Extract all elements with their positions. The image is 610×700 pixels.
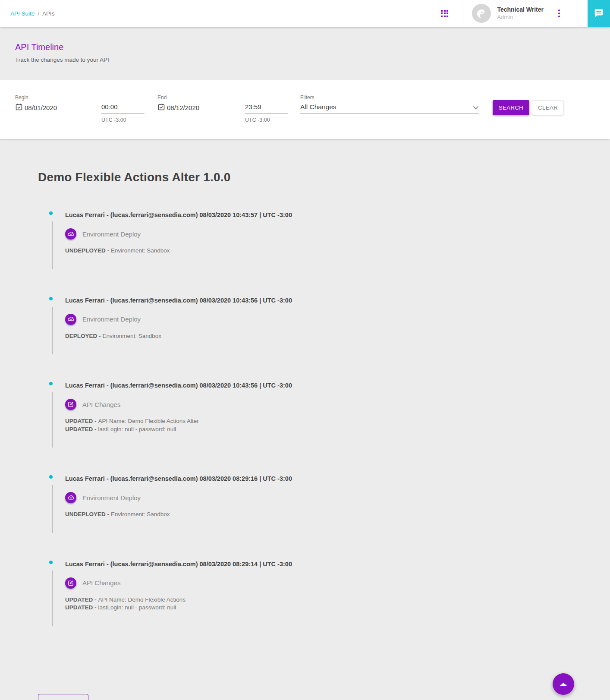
calendar-check-icon[interactable] xyxy=(157,103,165,112)
timeline-entry: Lucas Ferrari - (lucas.ferrari@sensedia.… xyxy=(38,382,610,448)
user-name: Technical Writer xyxy=(497,6,544,14)
filter-bar: Begin 08/01/2020 00:00 UTC -3:00 End xyxy=(0,80,610,139)
end-date-value: 08/12/2020 xyxy=(167,104,199,111)
page-header: API Timeline Track the changes made to y… xyxy=(0,27,610,80)
end-time-value: 23:59 xyxy=(245,103,261,110)
timeline-bullet-icon xyxy=(49,297,53,300)
change-text: Environment: Sandbox xyxy=(103,333,162,339)
entry-type-row: Environment Deploy xyxy=(65,492,610,503)
entry-type-label: Environment Deploy xyxy=(82,494,141,501)
change-action: DEPLOYED - xyxy=(65,333,101,339)
entry-change-line: UPDATED -lastLogin: null - password: nul… xyxy=(65,604,610,612)
user-block: Technical Writer Admin xyxy=(497,6,544,21)
end-date-field: End 08/12/2020 xyxy=(157,95,233,139)
chevron-down-icon xyxy=(473,104,479,111)
chat-bubble-icon xyxy=(594,8,604,19)
main-content: Demo Flexible Actions Alter 1.0.0 Lucas … xyxy=(0,139,610,700)
timeline-bullet-icon xyxy=(49,561,53,564)
begin-date-input[interactable]: 08/01/2020 xyxy=(15,103,87,115)
entry-change-line: UPDATED -API Name: Demo Flexible Actions… xyxy=(65,417,610,426)
entry-change-line: UPDATED -API Name: Demo Flexible Actions xyxy=(65,596,610,604)
change-text: lastLogin: null - password: null xyxy=(98,426,176,432)
topbar: API Suite / APIs Technical Writer Admin xyxy=(0,0,610,27)
entry-type-row: API Changes xyxy=(65,399,610,410)
timeline-bullet-icon xyxy=(49,211,53,215)
entry-type-label: Environment Deploy xyxy=(82,230,141,238)
kebab-menu-icon[interactable] xyxy=(557,8,562,19)
begin-label: Begin xyxy=(15,95,87,101)
filters-label: Filters xyxy=(300,95,479,101)
filters-field: Filters All Changes xyxy=(300,95,479,139)
change-action: UPDATED - xyxy=(65,604,97,611)
filters-value: All Changes xyxy=(300,103,336,111)
change-text: Environment: Sandbox xyxy=(111,247,170,254)
entry-type-row: API Changes xyxy=(65,577,610,589)
entry-body: UNDEPLOYED -Environment: Sandbox xyxy=(65,511,610,519)
timeline-entry: Lucas Ferrari - (lucas.ferrari@sensedia.… xyxy=(38,296,610,355)
change-text: API Name: Demo Flexible Actions Alter xyxy=(98,418,199,424)
change-text: API Name: Demo Flexible Actions xyxy=(98,596,186,603)
change-action: UNDEPLOYED - xyxy=(65,511,109,517)
begin-time-input[interactable]: 00:00 xyxy=(101,103,145,114)
begin-time-field: 00:00 UTC -3:00 xyxy=(101,95,145,139)
page-title: API Timeline xyxy=(15,42,595,52)
end-time-input[interactable]: 23:59 xyxy=(245,103,288,114)
entry-change-line: UNDEPLOYED -Environment: Sandbox xyxy=(65,247,610,255)
entry-type-row: Environment Deploy xyxy=(65,228,610,240)
cloud-upload-icon xyxy=(65,314,76,325)
change-text: Environment: Sandbox xyxy=(111,511,170,517)
arrow-up-icon xyxy=(560,683,567,686)
entry-header: Lucas Ferrari - (lucas.ferrari@sensedia.… xyxy=(65,296,610,304)
end-label: End xyxy=(157,95,233,101)
change-action: UPDATED - xyxy=(65,418,97,424)
entry-header: Lucas Ferrari - (lucas.ferrari@sensedia.… xyxy=(65,475,610,482)
timeline-bullet-icon xyxy=(49,382,53,385)
entry-change-line: DEPLOYED -Environment: Sandbox xyxy=(65,332,610,341)
calendar-check-icon[interactable] xyxy=(15,103,23,112)
end-date-input[interactable]: 08/12/2020 xyxy=(157,103,233,115)
entry-body: UNDEPLOYED -Environment: Sandbox xyxy=(65,247,610,255)
breadcrumb: API Suite / APIs xyxy=(10,10,55,17)
entry-type-label: API Changes xyxy=(82,579,120,586)
entry-type-label: Environment Deploy xyxy=(82,315,141,323)
apps-grid-icon[interactable] xyxy=(441,10,448,17)
timeline-bullet-icon xyxy=(49,475,53,479)
search-button[interactable]: SEARCH xyxy=(493,100,529,115)
entry-header: Lucas Ferrari - (lucas.ferrari@sensedia.… xyxy=(65,211,610,219)
load-more-button[interactable]: LOAD MORE xyxy=(38,694,88,700)
cloud-upload-icon xyxy=(65,492,76,503)
change-action: UNDEPLOYED - xyxy=(65,247,109,254)
change-action: UPDATED - xyxy=(65,426,97,432)
timeline-list: Lucas Ferrari - (lucas.ferrari@sensedia.… xyxy=(38,211,610,626)
timeline-entry: Lucas Ferrari - (lucas.ferrari@sensedia.… xyxy=(38,560,610,626)
end-timezone: UTC -3:00 xyxy=(245,117,288,123)
clear-button[interactable]: CLEAR xyxy=(532,100,564,115)
cloud-upload-icon xyxy=(65,228,76,240)
entry-type-label: API Changes xyxy=(82,401,120,408)
entry-change-line: UNDEPLOYED -Environment: Sandbox xyxy=(65,511,610,519)
topbar-divider xyxy=(463,5,463,22)
begin-date-field: Begin 08/01/2020 xyxy=(15,95,87,139)
timeline-entry: Lucas Ferrari - (lucas.ferrari@sensedia.… xyxy=(38,211,610,269)
scroll-to-top-button[interactable] xyxy=(553,673,574,695)
begin-time-value: 00:00 xyxy=(101,103,118,110)
chat-button[interactable] xyxy=(588,0,610,27)
entry-header: Lucas Ferrari - (lucas.ferrari@sensedia.… xyxy=(65,560,610,568)
avatar[interactable] xyxy=(472,4,491,23)
timeline-entry: Lucas Ferrari - (lucas.ferrari@sensedia.… xyxy=(38,475,610,533)
edit-icon xyxy=(65,399,76,410)
entry-change-line: UPDATED -lastLogin: null - password: nul… xyxy=(65,426,610,434)
entry-type-row: Environment Deploy xyxy=(65,314,610,325)
end-time-field: 23:59 UTC -3:00 xyxy=(245,95,288,139)
user-role: Admin xyxy=(497,14,544,21)
change-action: UPDATED - xyxy=(65,596,97,603)
entry-header: Lucas Ferrari - (lucas.ferrari@sensedia.… xyxy=(65,382,610,389)
api-title: Demo Flexible Actions Alter 1.0.0 xyxy=(38,170,610,184)
begin-timezone: UTC -3:00 xyxy=(101,117,145,123)
change-text: lastLogin: null - password: null xyxy=(98,604,176,611)
filters-select[interactable]: All Changes xyxy=(300,103,479,114)
breadcrumb-separator: / xyxy=(38,10,39,17)
breadcrumb-apis: APIs xyxy=(42,10,55,17)
breadcrumb-api-suite[interactable]: API Suite xyxy=(10,10,35,17)
page-subtitle: Track the changes made to your API xyxy=(15,57,595,63)
